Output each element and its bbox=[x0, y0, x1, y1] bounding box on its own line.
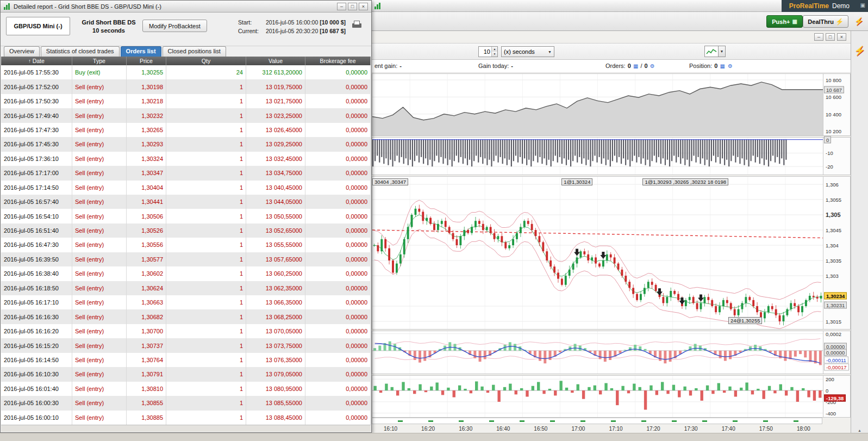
tab-closed-positions-list[interactable]: Closed positions list bbox=[163, 46, 226, 57]
column-header-brokerage-fee[interactable]: Brokerage fee bbox=[305, 57, 371, 65]
volume-chart[interactable] bbox=[372, 376, 823, 417]
table-row[interactable]: 2016-jul-05 16:39:50Sell (entry)1,305771… bbox=[1, 252, 371, 266]
timeframe-spinner[interactable]: 10 ▲▼ bbox=[478, 46, 498, 57]
detach-icon[interactable]: ▣ bbox=[860, 2, 865, 8]
table-row[interactable]: 2016-jul-05 16:47:30Sell (entry)1,305561… bbox=[1, 238, 371, 252]
spinner-arrows[interactable]: ▲▼ bbox=[491, 47, 497, 57]
table-row[interactable]: 2016-jul-05 17:50:30Sell (entry)1,302181… bbox=[1, 94, 371, 108]
position-settings-icon[interactable]: ⚙ bbox=[728, 63, 733, 69]
trading-lightning-icon[interactable]: ⚡ bbox=[854, 45, 865, 57]
table-row[interactable]: 2016-jul-05 17:49:40Sell (entry)1,302321… bbox=[1, 108, 371, 122]
column-header-price[interactable]: Price bbox=[127, 57, 166, 65]
table-row[interactable]: 2016-jul-05 16:18:50Sell (entry)1,306241… bbox=[1, 281, 371, 295]
table-row[interactable]: 2016-jul-05 17:36:10Sell (entry)1,303241… bbox=[1, 152, 371, 166]
table-row[interactable]: 2016-jul-05 17:52:00Sell (entry)1,301981… bbox=[1, 79, 371, 94]
report-titlebar[interactable]: Detailed report - Grid Short BBE DS - GB… bbox=[1, 1, 371, 13]
chart-window-icon: ▦ bbox=[792, 18, 797, 24]
close-button[interactable]: × bbox=[837, 33, 846, 41]
positions-chart[interactable] bbox=[372, 138, 823, 175]
cell-value: 13 019,75000 bbox=[246, 79, 305, 94]
orders-list-icon[interactable]: ▦ bbox=[633, 63, 638, 69]
current-label: Current: bbox=[238, 27, 264, 35]
macd-chart[interactable] bbox=[372, 331, 823, 374]
cell-qty: 1 bbox=[166, 209, 246, 223]
table-row[interactable]: 2016-jul-05 16:57:40Sell (entry)1,304411… bbox=[1, 195, 371, 209]
minimize-button[interactable]: – bbox=[814, 33, 823, 41]
column-header-date[interactable]: ↑Date bbox=[1, 57, 72, 65]
column-header-qty[interactable]: Qty bbox=[166, 57, 246, 65]
table-row[interactable]: 2016-jul-05 16:01:40Sell (entry)1,308101… bbox=[1, 382, 371, 396]
timeframe-value: 10 bbox=[479, 47, 491, 57]
cell-qty: 1 bbox=[166, 411, 246, 425]
orders-table-body: 2016-jul-05 17:55:30Buy (exit)1,30255243… bbox=[1, 65, 371, 425]
maximize-button[interactable]: □ bbox=[826, 33, 835, 41]
backtest-period: Start: 2016-jul-05 16:00:00 [10 000 $] C… bbox=[238, 18, 346, 35]
cell-price: 1,30624 bbox=[127, 281, 166, 295]
column-header-value[interactable]: Value bbox=[246, 57, 305, 65]
modify-probacktest-button[interactable]: Modify ProBacktest bbox=[142, 20, 207, 32]
table-row[interactable]: 2016-jul-05 16:10:30Sell (entry)1,307911… bbox=[1, 367, 371, 381]
push-plus-button[interactable]: Push+ ▦ bbox=[766, 15, 803, 28]
dealthru-button[interactable]: DealThru ⚡ bbox=[803, 15, 848, 28]
table-row[interactable]: 2016-jul-05 17:55:30Buy (exit)1,30255243… bbox=[1, 65, 371, 79]
table-row[interactable]: 2016-jul-05 17:17:00Sell (entry)1,303471… bbox=[1, 166, 371, 180]
axis-tick: 1,3015 bbox=[826, 319, 841, 325]
table-row[interactable]: 2016-jul-05 17:14:50Sell (entry)1,304041… bbox=[1, 181, 371, 195]
cell-qty: 1 bbox=[166, 152, 246, 166]
cell-type: Sell (entry) bbox=[72, 94, 127, 108]
cell-fee: 0,00000 bbox=[305, 367, 371, 381]
cell-price: 1,30810 bbox=[127, 382, 166, 396]
table-row[interactable]: 2016-jul-05 16:00:30Sell (entry)1,308551… bbox=[1, 396, 371, 410]
close-button[interactable]: × bbox=[359, 3, 368, 10]
equity-chart[interactable] bbox=[372, 74, 823, 135]
cell-fee: 0,00000 bbox=[305, 166, 371, 180]
current-value-label: -129,38 bbox=[824, 394, 846, 401]
table-row[interactable]: 2016-jul-05 17:47:30Sell (entry)1,302651… bbox=[1, 123, 371, 137]
axis-tick: 1,3055 bbox=[826, 197, 841, 203]
instrument-button[interactable]: GBP/USD Mini (-) bbox=[6, 17, 70, 35]
minimize-button[interactable]: – bbox=[337, 3, 346, 10]
table-row[interactable]: 2016-jul-05 16:16:20Sell (entry)1,307001… bbox=[1, 324, 371, 338]
table-row[interactable]: 2016-jul-05 16:15:20Sell (entry)1,307371… bbox=[1, 338, 371, 352]
table-row[interactable]: 2016-jul-05 16:51:40Sell (entry)1,305261… bbox=[1, 223, 371, 238]
cell-price: 1,30218 bbox=[127, 94, 166, 108]
column-header-type[interactable]: Type bbox=[72, 57, 127, 65]
cell-price: 1,30764 bbox=[127, 353, 166, 367]
table-row[interactable]: 2016-jul-05 16:38:40Sell (entry)1,306021… bbox=[1, 266, 371, 281]
maximize-button[interactable]: □ bbox=[348, 3, 357, 10]
dealthru-status-icon[interactable]: ⚡ bbox=[854, 17, 864, 26]
chart-style-dropdown-icon[interactable]: ▼ bbox=[719, 46, 726, 57]
orders-settings-icon[interactable]: ⚙ bbox=[650, 63, 655, 69]
print-icon[interactable] bbox=[352, 20, 362, 29]
screen: ProRealTime Demo ▣ Push+ ▦ DealThru ⚡ ⚡ … bbox=[0, 0, 868, 441]
cell-type: Sell (entry) bbox=[72, 396, 127, 410]
cell-value: 13 076,35000 bbox=[246, 353, 305, 367]
current-capital: [10 687 $] bbox=[320, 28, 346, 34]
table-row[interactable]: 2016-jul-05 16:14:50Sell (entry)1,307641… bbox=[1, 353, 371, 367]
table-row[interactable]: 2016-jul-05 16:17:10Sell (entry)1,306631… bbox=[1, 295, 371, 309]
cell-fee: 0,00000 bbox=[305, 411, 371, 425]
trade-annotation: 24@1,30255 bbox=[728, 317, 763, 324]
chart-style-icon[interactable] bbox=[704, 46, 719, 57]
position-label: Position: bbox=[689, 63, 712, 69]
cell-qty: 1 bbox=[166, 281, 246, 295]
tab-overview[interactable]: Overview bbox=[4, 46, 40, 57]
latent-gain-value: - bbox=[399, 63, 402, 69]
time-axis: 16:1016:2016:3016:4016:5017:0017:1017:20… bbox=[372, 424, 822, 433]
cell-price: 1,30791 bbox=[127, 367, 166, 381]
timeframe-unit-dropdown[interactable]: (x) seconds ▼ bbox=[501, 46, 554, 57]
table-row[interactable]: 2016-jul-05 16:54:10Sell (entry)1,305061… bbox=[1, 209, 371, 223]
axis-tick: 10 400 bbox=[826, 111, 841, 117]
tab-orders-list[interactable]: Orders list bbox=[121, 46, 161, 57]
price-chart[interactable]: 30404 ,303471@1,303241@1,30293 ,30265 ,3… bbox=[372, 177, 823, 329]
table-row[interactable]: 2016-jul-05 17:45:30Sell (entry)1,302931… bbox=[1, 137, 371, 151]
table-row[interactable]: 2016-jul-05 16:16:30Sell (entry)1,306821… bbox=[1, 309, 371, 324]
tab-statistics-of-closed-trades[interactable]: Statistics of closed trades bbox=[41, 46, 120, 57]
positions-axis: -10-200 bbox=[823, 138, 850, 175]
cell-price: 1,30441 bbox=[127, 195, 166, 209]
cell-qty: 1 bbox=[166, 94, 246, 108]
position-list-icon[interactable]: ▦ bbox=[720, 63, 725, 69]
orders-label: Orders: bbox=[605, 63, 626, 69]
table-row[interactable]: 2016-jul-05 16:00:10Sell (entry)1,308851… bbox=[1, 411, 371, 425]
orders-table-header: ↑DateTypePriceQtyValueBrokerage fee bbox=[1, 57, 371, 65]
